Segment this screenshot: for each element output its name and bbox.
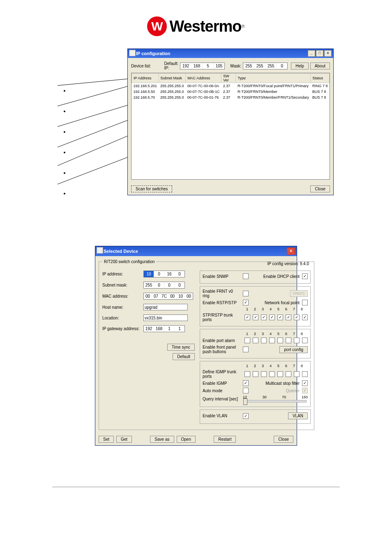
front-panel-label: Enable front panel push buttons: [203, 345, 240, 354]
alarm-port-5[interactable]: [277, 338, 283, 343]
multicast-checkbox[interactable]: [302, 380, 308, 386]
stp-port-8[interactable]: [302, 314, 308, 320]
restart-button[interactable]: Restart: [214, 436, 236, 443]
table-row[interactable]: 192.168.5.201255.255.255.000-07-7C-00-06…: [132, 83, 330, 89]
device-list-label: Device list:: [131, 64, 163, 68]
footer-rule: [52, 487, 340, 487]
querier-checkbox: [302, 388, 308, 393]
igmp-port-5[interactable]: [277, 371, 283, 377]
front-panel-checkbox[interactable]: [243, 347, 249, 352]
version-label: IP config version: 9.4.0: [267, 261, 311, 266]
mask-input[interactable]: 2552552550: [243, 62, 288, 69]
col-type[interactable]: Type: [236, 74, 311, 83]
alarm-port-3[interactable]: [261, 338, 267, 343]
enable-igmp-label: Enable IGMP: [203, 381, 240, 386]
auto-mode-checkbox[interactable]: [243, 388, 249, 393]
open-button[interactable]: Open: [177, 436, 196, 443]
focal-checkbox[interactable]: [302, 300, 308, 305]
stp-port-1[interactable]: [244, 314, 250, 320]
mac-input[interactable]: 00077C001000: [143, 293, 193, 300]
stp-port-7[interactable]: [294, 314, 300, 320]
col-status[interactable]: Status: [311, 74, 330, 83]
col-swver[interactable]: SW Ver: [221, 74, 236, 83]
scan-button[interactable]: Scan for switches: [131, 185, 172, 192]
close-icon[interactable]: ×: [287, 247, 295, 255]
mask-label: Mask:: [231, 64, 242, 68]
location-input[interactable]: [143, 314, 188, 321]
auto-mode-label: Auto mode: [203, 388, 240, 393]
titlebar[interactable]: Selected Device ×: [95, 246, 297, 256]
gateway-label: IP gateway address:: [102, 326, 140, 331]
table-row[interactable]: 192.168.5.50255.255.255.000-07-7C-00-0B-…: [132, 89, 330, 95]
snmp-checkbox[interactable]: [243, 273, 249, 279]
frnt1-button: FRNT1: [290, 290, 308, 297]
igmp-port-7[interactable]: [294, 371, 300, 377]
close-icon[interactable]: ×: [324, 50, 332, 57]
port-config-button[interactable]: port config: [279, 346, 308, 353]
vlan-button[interactable]: VLAN: [288, 412, 308, 419]
titlebar[interactable]: IP configuration _ □ ×: [128, 49, 333, 58]
fieldset-legend: R/T200 switch configuration: [102, 259, 156, 264]
get-button[interactable]: Get: [116, 436, 132, 443]
alarm-port-4[interactable]: [269, 338, 275, 343]
vlan-checkbox[interactable]: [243, 413, 249, 419]
time-sync-button[interactable]: Time sync: [167, 344, 195, 351]
igmp-port-4[interactable]: [269, 371, 275, 377]
mac-label: MAC address:: [102, 294, 140, 298]
alarm-port-2[interactable]: [253, 338, 258, 343]
igmp-port-2[interactable]: [253, 371, 258, 377]
igmp-port-8[interactable]: [302, 371, 308, 377]
stp-port-4[interactable]: [269, 314, 275, 320]
frnt-checkbox[interactable]: [243, 291, 249, 296]
igmp-checkbox[interactable]: [243, 380, 249, 386]
alarm-port-1[interactable]: [244, 338, 250, 343]
title-text: IP configuration: [136, 51, 171, 56]
minimize-icon[interactable]: _: [308, 50, 315, 57]
query-interval-slider[interactable]: 12 30 70 150: [243, 395, 308, 402]
col-mask[interactable]: Subnet Mask: [159, 74, 186, 83]
app-icon: [97, 247, 103, 254]
selected-device-window: Selected Device × R/T200 switch configur…: [95, 246, 297, 446]
col-ip[interactable]: IP Address: [132, 74, 159, 83]
default-ip-input[interactable]: 1921685105: [180, 62, 225, 69]
col-mac[interactable]: MAC Address: [186, 74, 221, 83]
host-input[interactable]: [143, 304, 188, 310]
querier-label: Querier: [286, 388, 300, 393]
snmp-label: Enable SNMP: [203, 274, 240, 279]
dhcp-label: Enable DHCP client: [263, 274, 300, 279]
ip-address-input[interactable]: 100160: [143, 271, 185, 278]
dhcp-checkbox[interactable]: [302, 273, 308, 279]
default-button[interactable]: Default: [173, 353, 195, 360]
alarm-port-7[interactable]: [294, 338, 300, 343]
igmp-port-6[interactable]: [286, 371, 291, 377]
stp-port-6[interactable]: [286, 314, 291, 320]
stp-port-2[interactable]: [253, 314, 258, 320]
stp-port-5[interactable]: [277, 314, 283, 320]
stp-port-3[interactable]: [261, 314, 267, 320]
igmp-port-1[interactable]: [244, 371, 250, 377]
help-button[interactable]: Help: [291, 62, 309, 69]
maximize-icon[interactable]: □: [316, 50, 323, 57]
gateway-input[interactable]: 19216811: [143, 325, 185, 332]
subnet-input[interactable]: 255000: [143, 282, 185, 289]
set-button[interactable]: Set: [99, 436, 114, 443]
about-button[interactable]: About: [310, 62, 330, 69]
alarm-port-6[interactable]: [286, 338, 291, 343]
igmp-trunk-label: Define IGMP trunk ports: [203, 370, 240, 379]
ip-address-label: IP address:: [102, 272, 140, 276]
close-button[interactable]: Close: [274, 436, 293, 443]
igmp-port-3[interactable]: [261, 371, 267, 377]
multicast-label: Multicast stop filter: [265, 381, 300, 386]
rstp-label: Enable RSTP/STP: [203, 301, 240, 305]
rstp-checkbox[interactable]: [243, 300, 249, 305]
host-label: Host name:: [102, 305, 140, 310]
title-text: Selected Device: [104, 249, 138, 254]
vlan-label: Enable VLAN: [203, 414, 240, 418]
save-as-button[interactable]: Save as: [150, 436, 174, 443]
close-button[interactable]: Close: [310, 185, 330, 192]
device-table[interactable]: IP Address Subnet Mask MAC Address SW Ve…: [131, 73, 330, 180]
frnt-label: Enable FRNT v0 ring: [203, 289, 240, 298]
location-label: Location:: [102, 316, 140, 320]
alarm-port-8[interactable]: [302, 338, 308, 343]
table-row[interactable]: 192.168.5.70255.255.255.000-07-7C-00-01-…: [132, 95, 330, 100]
